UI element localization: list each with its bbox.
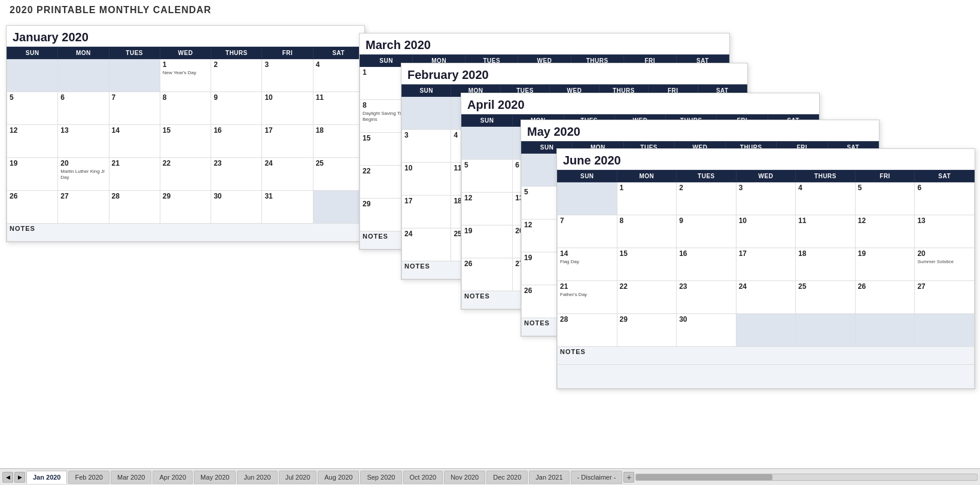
table-cell: 12 xyxy=(462,193,513,225)
tab-prev-button[interactable]: ◀ xyxy=(2,472,13,483)
table-cell: 22 xyxy=(160,158,211,191)
table-cell: 19 xyxy=(7,158,58,191)
table-row: 28 29 30 xyxy=(558,314,975,347)
january-title: January 2020 xyxy=(7,26,364,47)
table-cell: 9 xyxy=(677,215,736,248)
tab-bar: ◀ ▶ Jan 2020 Feb 2020 Mar 2020 Apr 2020 … xyxy=(0,468,980,485)
horizontal-scrollbar[interactable] xyxy=(635,474,978,481)
february-title: February 2020 xyxy=(401,63,747,84)
notes-label: NOTES xyxy=(7,224,364,242)
table-cell: 2 xyxy=(677,182,736,215)
tab-feb-2020[interactable]: Feb 2020 xyxy=(68,471,109,484)
feb-sun: SUN xyxy=(402,85,451,97)
tab-apr-2020[interactable]: Apr 2020 xyxy=(153,471,193,484)
table-cell xyxy=(7,59,58,92)
table-row: 7 8 9 10 11 12 13 xyxy=(558,215,975,248)
jan-thurs: THURS xyxy=(211,47,262,59)
table-cell: 29 xyxy=(617,314,677,347)
tab-may-2020[interactable]: May 2020 xyxy=(194,471,236,484)
table-cell: 14 xyxy=(109,125,160,158)
table-cell: 20Martin Luther King Jr Day xyxy=(58,158,109,191)
main-container: 2020 PRINTABLE MONTHLY CALENDAR January … xyxy=(0,0,980,485)
table-cell: 26 xyxy=(855,281,915,314)
table-cell: 27 xyxy=(915,281,975,314)
table-row: 21Father's Day 22 23 24 25 26 27 xyxy=(558,281,975,314)
table-cell: 3 xyxy=(736,182,796,215)
table-cell: 8 xyxy=(160,92,211,125)
table-row: 1 2 3 4 5 6 xyxy=(558,182,975,215)
scrollbar-thumb xyxy=(636,474,772,480)
january-table: SUN MON TUES WED THURS FRI SAT 1New Year… xyxy=(7,47,364,242)
table-cell: 10 xyxy=(402,163,451,196)
table-cell: 4 xyxy=(313,59,364,92)
table-cell: 25 xyxy=(313,158,364,191)
table-cell: 7 xyxy=(558,215,617,248)
jan-fri: FRI xyxy=(262,47,313,59)
tab-oct-2020[interactable]: Oct 2020 xyxy=(403,471,443,484)
table-cell xyxy=(796,314,856,347)
tab-nov-2020[interactable]: Nov 2020 xyxy=(444,471,485,484)
table-cell xyxy=(462,127,513,160)
table-cell: 15 xyxy=(617,248,677,281)
april-title: April 2020 xyxy=(461,93,819,114)
tab-aug-2020[interactable]: Aug 2020 xyxy=(318,471,359,484)
january-calendar: January 2020 SUN MON TUES WED THURS FRI … xyxy=(6,25,365,242)
table-row: 5 6 7 8 9 10 11 xyxy=(7,92,364,125)
table-cell: 5 xyxy=(855,182,915,215)
tab-sep-2020[interactable]: Sep 2020 xyxy=(360,471,401,484)
table-cell: 14Flag Day xyxy=(558,248,617,281)
march-title: March 2020 xyxy=(360,33,729,54)
table-cell: 25 xyxy=(796,281,856,314)
table-cell: 27 xyxy=(58,191,109,224)
notes-content xyxy=(558,365,975,389)
table-cell: 10 xyxy=(736,215,796,248)
jun-fri: FRI xyxy=(855,170,915,182)
table-cell: 5 xyxy=(7,92,58,125)
table-cell xyxy=(855,314,915,347)
table-cell: 12 xyxy=(7,125,58,158)
tab-jan-2021[interactable]: Jan 2021 xyxy=(529,471,569,484)
june-title: June 2020 xyxy=(557,149,975,170)
table-cell: 19 xyxy=(462,225,513,258)
page-title: 2020 PRINTABLE MONTHLY CALENDAR xyxy=(0,0,980,18)
jun-tues: TUES xyxy=(677,170,736,182)
tab-jul-2020[interactable]: Jul 2020 xyxy=(279,471,317,484)
table-cell: 31 xyxy=(262,191,313,224)
table-cell: 20Summer Solstice xyxy=(915,248,975,281)
table-cell: 30 xyxy=(677,314,736,347)
jan-tues: TUES xyxy=(109,47,160,59)
table-cell: 22 xyxy=(617,281,677,314)
table-cell: 16 xyxy=(677,248,736,281)
notes-row: NOTES xyxy=(7,224,364,242)
tab-jan-2020[interactable]: Jan 2020 xyxy=(26,471,67,484)
table-cell xyxy=(915,314,975,347)
tab-add-button[interactable]: + xyxy=(623,472,634,483)
table-cell: 17 xyxy=(402,196,451,228)
tab-jun-2020[interactable]: Jun 2020 xyxy=(237,471,277,484)
notes-row: NOTES xyxy=(558,347,975,365)
table-cell: 21 xyxy=(109,158,160,191)
tab-dec-2020[interactable]: Dec 2020 xyxy=(486,471,528,484)
jun-wed: WED xyxy=(736,170,796,182)
table-cell: 6 xyxy=(915,182,975,215)
may-title: May 2020 xyxy=(521,120,879,141)
table-cell: 24 xyxy=(262,158,313,191)
table-cell: 30 xyxy=(211,191,262,224)
table-cell: 18 xyxy=(796,248,856,281)
tab-next-button[interactable]: ▶ xyxy=(14,472,25,483)
table-cell xyxy=(313,191,364,224)
table-cell: 3 xyxy=(402,130,451,163)
table-cell: 26 xyxy=(462,258,513,291)
tab-disclaimer[interactable]: - Disclaimer - xyxy=(571,471,623,484)
jan-wed: WED xyxy=(160,47,211,59)
table-cell xyxy=(736,314,796,347)
june-calendar: June 2020 SUN MON TUES WED THURS FRI SAT… xyxy=(556,148,975,389)
apr-sun: SUN xyxy=(462,115,513,127)
table-cell: 28 xyxy=(558,314,617,347)
table-cell: 28 xyxy=(109,191,160,224)
table-cell: 8 xyxy=(617,215,677,248)
tab-mar-2020[interactable]: Mar 2020 xyxy=(111,471,151,484)
jun-thurs: THURS xyxy=(796,170,856,182)
table-cell xyxy=(58,59,109,92)
jun-sun: SUN xyxy=(558,170,617,182)
